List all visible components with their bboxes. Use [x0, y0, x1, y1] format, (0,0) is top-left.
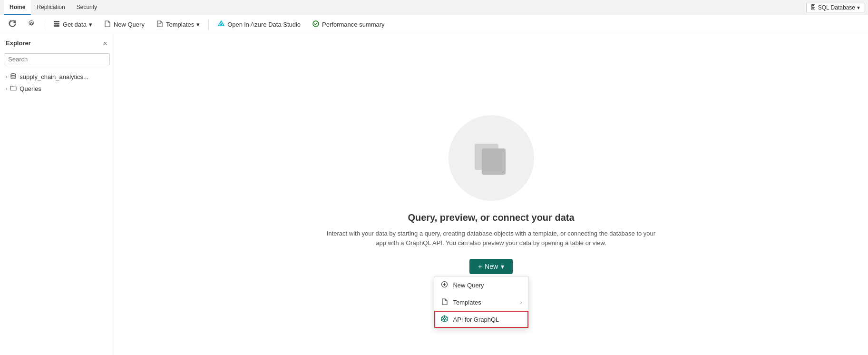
new-query-icon: [104, 20, 111, 29]
tree-item-queries[interactable]: › Queries: [0, 83, 114, 95]
performance-label: Performance summary: [322, 21, 384, 28]
new-button-wrapper: + New ▾ New Query: [469, 259, 513, 274]
db-selector[interactable]: 🗄 SQL Database ▾: [806, 3, 864, 12]
dropdown-item-templates[interactable]: Templates ›: [434, 294, 528, 311]
plus-icon: +: [478, 263, 482, 270]
hero-illustration: [449, 115, 534, 201]
toolbar-separator-2: [208, 20, 209, 30]
svg-point-6: [220, 23, 222, 25]
get-data-icon: [53, 20, 60, 29]
templates-chevron: ▾: [196, 21, 200, 28]
templates-label: Templates: [166, 21, 194, 28]
tree-item-supply-label: supply_chain_analytics...: [20, 73, 88, 80]
dropdown-item-new-query[interactable]: New Query: [434, 276, 528, 294]
get-data-label: Get data: [63, 21, 87, 28]
svg-point-13: [444, 318, 446, 320]
hero-title: Query, preview, or connect your data: [408, 212, 574, 223]
new-query-label: New Query: [114, 21, 145, 28]
open-azure-button[interactable]: Open in Azure Data Studio: [213, 18, 305, 31]
dropdown-item-api-graphql[interactable]: API for GraphQL: [434, 311, 528, 328]
tree-item-queries-label: Queries: [20, 85, 41, 92]
graphql-icon: [441, 315, 448, 324]
refresh-button[interactable]: [4, 18, 21, 31]
get-data-chevron: ▾: [89, 21, 92, 28]
svg-point-8: [11, 74, 16, 76]
sidebar-search-wrapper: [4, 53, 110, 65]
new-button[interactable]: + New ▾: [469, 259, 513, 274]
tree-item-supply-chain[interactable]: › supply_chain_analytics...: [0, 71, 114, 83]
folder-icon: [10, 85, 17, 93]
main-layout: Explorer « › supply_chain_analytics...: [0, 34, 868, 355]
toolbar: Get data ▾ New Query Templates ▾: [0, 15, 868, 34]
svg-rect-2: [54, 25, 59, 27]
templates-submenu-chevron: ›: [520, 299, 522, 305]
sidebar-header: Explorer «: [0, 34, 114, 51]
performance-icon: [312, 20, 320, 29]
database-icon: 🗄: [810, 4, 816, 11]
nav-tab-home[interactable]: Home: [4, 0, 31, 15]
new-button-label: New: [485, 263, 498, 270]
azure-icon: [217, 20, 225, 29]
new-button-chevron: ▾: [501, 263, 504, 270]
sidebar-title: Explorer: [6, 39, 31, 47]
content-area: Query, preview, or connect your data Int…: [114, 34, 868, 355]
new-query-dropdown-icon: [441, 281, 448, 289]
database-tree-icon: [10, 73, 17, 81]
chevron-down-icon: ▾: [857, 4, 860, 11]
templates-icon: [156, 20, 164, 29]
open-azure-label: Open in Azure Data Studio: [227, 21, 301, 28]
svg-rect-0: [54, 21, 59, 22]
sidebar-tree: › supply_chain_analytics... ›: [0, 69, 114, 97]
sidebar: Explorer « › supply_chain_analytics...: [0, 34, 114, 355]
refresh-icon: [9, 20, 16, 29]
gear-icon: [28, 20, 35, 29]
dropdown-item-api-graphql-label: API for GraphQL: [453, 316, 499, 323]
chevron-right-icon: ›: [6, 74, 7, 79]
dropdown-item-templates-label: Templates: [453, 299, 481, 306]
db-selector-label: SQL Database: [818, 4, 855, 11]
dropdown-item-new-query-label: New Query: [453, 282, 484, 289]
hero-description: Interact with your data by starting a qu…: [325, 229, 658, 247]
chevron-right-icon-2: ›: [6, 86, 7, 91]
svg-rect-1: [54, 23, 59, 25]
templates-button[interactable]: Templates ▾: [151, 18, 205, 31]
nav-tab-replication[interactable]: Replication: [31, 0, 70, 15]
templates-dropdown-icon: [441, 298, 448, 306]
toolbar-separator-1: [44, 20, 44, 30]
settings-button[interactable]: [23, 18, 40, 31]
search-input[interactable]: [4, 53, 110, 65]
sidebar-collapse-button[interactable]: «: [102, 38, 108, 48]
performance-summary-button[interactable]: Performance summary: [307, 18, 389, 31]
new-query-button[interactable]: New Query: [99, 18, 149, 31]
new-dropdown-menu: New Query Templates ›: [434, 276, 529, 328]
nav-tab-security[interactable]: Security: [71, 0, 103, 15]
get-data-button[interactable]: Get data ▾: [48, 18, 97, 31]
top-nav-right: 🗄 SQL Database ▾: [806, 3, 864, 12]
svg-rect-10: [482, 148, 506, 175]
top-nav: Home Replication Security 🗄 SQL Database…: [0, 0, 868, 15]
